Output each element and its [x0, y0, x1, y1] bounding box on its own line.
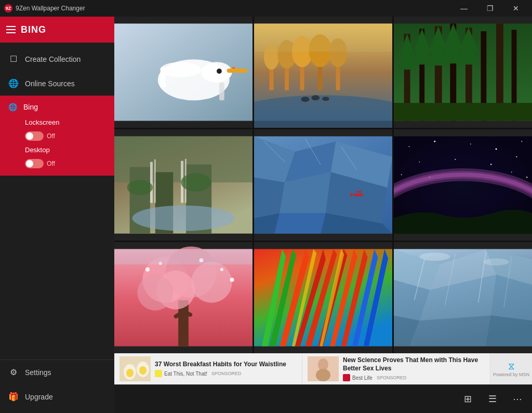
sidebar-item-create-collection[interactable]: ☐ Create Collection — [0, 47, 114, 71]
grid-cell-7[interactable] — [114, 242, 252, 353]
list-view-button[interactable]: ☰ — [484, 391, 501, 407]
grid-cell-4[interactable] — [114, 129, 252, 241]
svg-point-98 — [137, 275, 173, 311]
ad-sponsored-2: SPONSORED — [377, 375, 407, 380]
desktop-toggle[interactable] — [25, 159, 44, 168]
sidebar-item-upgrade[interactable]: 🎁 Upgrade — [0, 384, 114, 409]
grid-cell-2[interactable] — [254, 17, 392, 128]
more-options-button[interactable]: ⋯ — [509, 391, 526, 407]
svg-point-82 — [419, 162, 420, 163]
svg-rect-3 — [227, 69, 247, 73]
svg-rect-44 — [394, 103, 532, 121]
svg-point-133 — [483, 258, 509, 265]
grid-cell-8[interactable] — [254, 242, 392, 353]
svg-rect-69 — [356, 191, 362, 193]
svg-point-55 — [127, 180, 153, 195]
grid-cell-1[interactable] — [114, 17, 252, 128]
sidebar: BING ☐ Create Collection 🌐 Online Source… — [0, 17, 114, 413]
svg-point-96 — [191, 262, 232, 303]
svg-point-141 — [316, 369, 330, 381]
ad-thumb-2 — [308, 356, 339, 381]
grid-cell-5[interactable] — [254, 129, 392, 241]
ad-item-2[interactable]: New Science Proves That Men with This Ha… — [302, 353, 490, 384]
msn-icon: ⧖ — [508, 361, 515, 372]
upgrade-label: Upgrade — [25, 393, 53, 401]
ad-headline-2: New Science Proves That Men with This Ha… — [343, 356, 485, 372]
lockscreen-toggle-wrapper: Off — [25, 131, 106, 141]
svg-rect-8 — [232, 67, 235, 69]
bing-section: 🌐 Bing Lockscreen Off Desktop — [0, 96, 114, 176]
svg-point-79 — [470, 143, 471, 144]
titlebar: 9Z 9Zen Wallpaper Changer — ❐ ✕ — [0, 0, 532, 17]
svg-point-2 — [201, 62, 232, 82]
sidebar-nav: ☐ Create Collection 🌐 Online Sources 🌐 B… — [0, 43, 114, 359]
bing-header[interactable]: 🌐 Bing — [0, 96, 114, 118]
svg-rect-67 — [354, 194, 363, 196]
svg-point-136 — [126, 369, 134, 377]
app-title: 9Zen Wallpaper Changer — [16, 5, 85, 12]
ad-thumb-1 — [119, 356, 151, 381]
titlebar-left: 9Z 9Zen Wallpaper Changer — [4, 4, 85, 12]
svg-rect-51 — [154, 159, 156, 203]
grid-cell-3[interactable] — [394, 17, 532, 128]
online-sources-icon: 🌐 — [8, 78, 19, 88]
svg-point-22 — [311, 95, 320, 100]
grid-view-button[interactable]: ⊞ — [459, 391, 476, 407]
upgrade-icon: 🎁 — [8, 392, 19, 402]
grid-cell-6[interactable] — [394, 129, 532, 241]
create-collection-icon: ☐ — [8, 54, 19, 64]
sidebar-item-settings[interactable]: ⚙ Settings — [0, 360, 114, 384]
close-button[interactable]: ✕ — [504, 0, 528, 17]
minimize-button[interactable]: — — [452, 0, 476, 17]
svg-point-4 — [161, 62, 202, 77]
hamburger-icon[interactable] — [6, 26, 16, 33]
svg-rect-5 — [161, 67, 166, 87]
desktop-state: Off — [47, 160, 55, 167]
svg-point-7 — [217, 69, 222, 74]
svg-point-85 — [516, 156, 517, 157]
settings-icon: ⚙ — [8, 367, 19, 377]
ad-text-1: 37 Worst Breakfast Habits for Your Waist… — [155, 361, 297, 378]
settings-label: Settings — [25, 368, 51, 377]
svg-point-103 — [230, 278, 234, 282]
svg-point-132 — [419, 252, 450, 261]
svg-point-21 — [301, 97, 310, 102]
sidebar-item-online-sources[interactable]: 🌐 Online Sources — [0, 71, 114, 96]
maximize-button[interactable]: ❐ — [478, 0, 502, 17]
ad-source-1: Eat This, Not That! SPONSORED — [155, 370, 297, 377]
sidebar-header[interactable]: BING — [0, 17, 114, 43]
svg-point-84 — [490, 164, 492, 165]
svg-point-89 — [526, 177, 528, 178]
lockscreen-label: Lockscreen — [25, 118, 59, 126]
app-container: BING ☐ Create Collection 🌐 Online Source… — [0, 17, 532, 413]
svg-point-83 — [455, 159, 456, 160]
main-content: 37 Worst Breakfast Habits for Your Waist… — [114, 17, 532, 413]
svg-point-56 — [181, 173, 211, 191]
ad-source-2: Best Life SPONSORED — [343, 374, 485, 381]
desktop-toggle-wrapper: Off — [25, 159, 106, 168]
grid-cell-9[interactable] — [394, 242, 532, 353]
ad-item-1[interactable]: 37 Worst Breakfast Habits for Your Waist… — [114, 353, 302, 384]
svg-point-102 — [220, 268, 223, 271]
app-icon: 9Z — [4, 4, 12, 12]
svg-point-87 — [429, 177, 430, 178]
bing-toggles: Lockscreen Off Desktop Off — [0, 118, 114, 176]
ad-badge-2 — [343, 374, 350, 381]
svg-point-86 — [401, 174, 402, 175]
ad-powered-by: Powered by MSN — [493, 372, 529, 377]
desktop-toggle-row: Desktop — [25, 146, 106, 154]
ad-source-name-1: Eat This, Not That! — [164, 371, 207, 377]
bottom-bar: ⊞ ☰ ⋯ — [114, 384, 532, 413]
svg-point-80 — [496, 149, 497, 150]
svg-point-138 — [139, 366, 147, 375]
svg-point-77 — [409, 146, 410, 147]
lockscreen-toggle-row: Lockscreen — [25, 118, 106, 126]
svg-point-54 — [132, 205, 234, 231]
svg-rect-6 — [219, 83, 224, 100]
svg-point-88 — [511, 171, 512, 172]
ad-sponsored-1: SPONSORED — [211, 371, 242, 376]
lockscreen-toggle[interactable] — [25, 131, 44, 141]
svg-marker-65 — [274, 213, 326, 233]
online-sources-label: Online Sources — [25, 79, 75, 88]
svg-point-81 — [521, 141, 522, 142]
